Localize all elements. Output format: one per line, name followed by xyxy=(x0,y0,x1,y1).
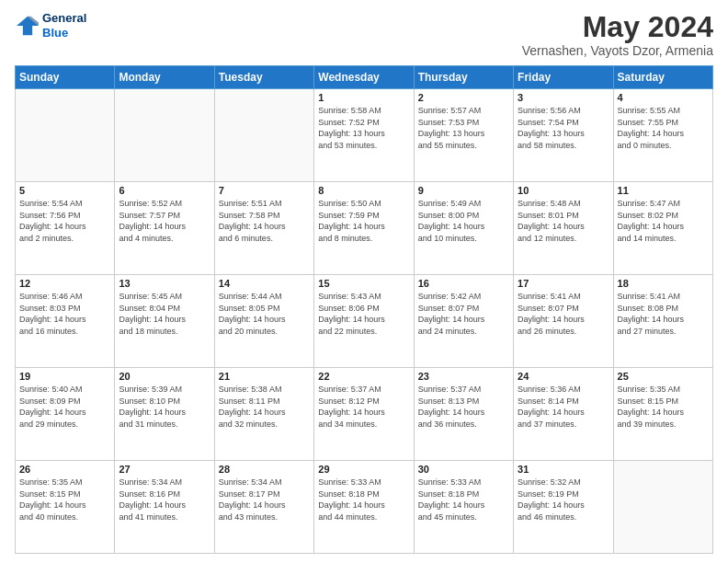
day-info: Sunrise: 5:45 AM Sunset: 8:04 PM Dayligh… xyxy=(119,291,210,337)
day-info: Sunrise: 5:54 AM Sunset: 7:56 PM Dayligh… xyxy=(19,198,110,244)
day-info: Sunrise: 5:52 AM Sunset: 7:57 PM Dayligh… xyxy=(119,198,210,244)
header: General Blue May 2024 Vernashen, Vayots … xyxy=(15,11,713,58)
day-info: Sunrise: 5:44 AM Sunset: 8:05 PM Dayligh… xyxy=(219,291,310,337)
calendar-cell xyxy=(214,89,313,182)
calendar-cell: 16Sunrise: 5:42 AM Sunset: 8:07 PM Dayli… xyxy=(414,275,513,368)
day-number: 25 xyxy=(618,371,709,382)
day-number: 15 xyxy=(318,278,409,289)
calendar-cell: 25Sunrise: 5:35 AM Sunset: 8:15 PM Dayli… xyxy=(613,368,712,461)
day-info: Sunrise: 5:48 AM Sunset: 8:01 PM Dayligh… xyxy=(518,198,609,244)
calendar-row-4: 26Sunrise: 5:35 AM Sunset: 8:15 PM Dayli… xyxy=(16,461,713,554)
calendar-cell: 28Sunrise: 5:34 AM Sunset: 8:17 PM Dayli… xyxy=(214,461,313,554)
calendar-cell: 27Sunrise: 5:34 AM Sunset: 8:16 PM Dayli… xyxy=(115,461,214,554)
col-header-saturday: Saturday xyxy=(613,66,712,89)
day-number: 21 xyxy=(219,371,310,382)
calendar-row-0: 1Sunrise: 5:58 AM Sunset: 7:52 PM Daylig… xyxy=(16,89,713,182)
day-number: 9 xyxy=(418,185,509,196)
day-number: 14 xyxy=(219,278,310,289)
calendar-cell: 20Sunrise: 5:39 AM Sunset: 8:10 PM Dayli… xyxy=(115,368,214,461)
day-info: Sunrise: 5:42 AM Sunset: 8:07 PM Dayligh… xyxy=(418,291,509,337)
day-info: Sunrise: 5:49 AM Sunset: 8:00 PM Dayligh… xyxy=(418,198,509,244)
day-info: Sunrise: 5:34 AM Sunset: 8:17 PM Dayligh… xyxy=(219,477,310,523)
calendar-cell xyxy=(16,89,115,182)
day-number: 31 xyxy=(518,464,609,475)
day-number: 28 xyxy=(219,464,310,475)
day-number: 13 xyxy=(119,278,210,289)
day-info: Sunrise: 5:38 AM Sunset: 8:11 PM Dayligh… xyxy=(219,384,310,430)
calendar-cell xyxy=(613,461,712,554)
day-info: Sunrise: 5:57 AM Sunset: 7:53 PM Dayligh… xyxy=(418,105,509,151)
calendar-cell: 3Sunrise: 5:56 AM Sunset: 7:54 PM Daylig… xyxy=(514,89,613,182)
calendar-header: SundayMondayTuesdayWednesdayThursdayFrid… xyxy=(16,66,713,89)
day-number: 27 xyxy=(119,464,210,475)
day-number: 20 xyxy=(119,371,210,382)
day-number: 19 xyxy=(19,371,110,382)
day-info: Sunrise: 5:37 AM Sunset: 8:12 PM Dayligh… xyxy=(318,384,409,430)
calendar-table: SundayMondayTuesdayWednesdayThursdayFrid… xyxy=(15,65,713,554)
calendar-cell: 12Sunrise: 5:46 AM Sunset: 8:03 PM Dayli… xyxy=(16,275,115,368)
calendar-cell: 11Sunrise: 5:47 AM Sunset: 8:02 PM Dayli… xyxy=(613,182,712,275)
calendar-cell: 21Sunrise: 5:38 AM Sunset: 8:11 PM Dayli… xyxy=(214,368,313,461)
day-number: 12 xyxy=(19,278,110,289)
calendar-cell: 13Sunrise: 5:45 AM Sunset: 8:04 PM Dayli… xyxy=(115,275,214,368)
svg-marker-0 xyxy=(17,16,39,35)
day-info: Sunrise: 5:39 AM Sunset: 8:10 PM Dayligh… xyxy=(119,384,210,430)
day-number: 8 xyxy=(318,185,409,196)
col-header-thursday: Thursday xyxy=(414,66,513,89)
main-title: May 2024 xyxy=(522,11,713,43)
col-header-tuesday: Tuesday xyxy=(214,66,313,89)
day-info: Sunrise: 5:35 AM Sunset: 8:15 PM Dayligh… xyxy=(19,477,110,523)
day-number: 10 xyxy=(518,185,609,196)
day-number: 22 xyxy=(318,371,409,382)
day-number: 4 xyxy=(618,92,709,103)
day-info: Sunrise: 5:33 AM Sunset: 8:18 PM Dayligh… xyxy=(418,477,509,523)
calendar-cell: 5Sunrise: 5:54 AM Sunset: 7:56 PM Daylig… xyxy=(16,182,115,275)
day-number: 18 xyxy=(618,278,709,289)
calendar-row-1: 5Sunrise: 5:54 AM Sunset: 7:56 PM Daylig… xyxy=(16,182,713,275)
subtitle: Vernashen, Vayots Dzor, Armenia xyxy=(522,43,713,58)
calendar-cell: 6Sunrise: 5:52 AM Sunset: 7:57 PM Daylig… xyxy=(115,182,214,275)
logo-line1: General xyxy=(42,11,86,26)
logo: General Blue xyxy=(15,11,86,40)
day-info: Sunrise: 5:41 AM Sunset: 8:07 PM Dayligh… xyxy=(518,291,609,337)
day-number: 16 xyxy=(418,278,509,289)
day-number: 1 xyxy=(318,92,409,103)
calendar-body: 1Sunrise: 5:58 AM Sunset: 7:52 PM Daylig… xyxy=(16,89,713,554)
calendar-cell xyxy=(115,89,214,182)
calendar-row-3: 19Sunrise: 5:40 AM Sunset: 8:09 PM Dayli… xyxy=(16,368,713,461)
day-info: Sunrise: 5:56 AM Sunset: 7:54 PM Dayligh… xyxy=(518,105,609,151)
day-number: 24 xyxy=(518,371,609,382)
logo-line2: Blue xyxy=(42,26,68,40)
calendar-row-2: 12Sunrise: 5:46 AM Sunset: 8:03 PM Dayli… xyxy=(16,275,713,368)
day-number: 17 xyxy=(518,278,609,289)
day-info: Sunrise: 5:33 AM Sunset: 8:18 PM Dayligh… xyxy=(318,477,409,523)
day-number: 3 xyxy=(518,92,609,103)
day-number: 7 xyxy=(219,185,310,196)
day-info: Sunrise: 5:58 AM Sunset: 7:52 PM Dayligh… xyxy=(318,105,409,151)
day-info: Sunrise: 5:43 AM Sunset: 8:06 PM Dayligh… xyxy=(318,291,409,337)
day-info: Sunrise: 5:55 AM Sunset: 7:55 PM Dayligh… xyxy=(618,105,709,151)
day-info: Sunrise: 5:51 AM Sunset: 7:58 PM Dayligh… xyxy=(219,198,310,244)
header-row: SundayMondayTuesdayWednesdayThursdayFrid… xyxy=(16,66,713,89)
day-number: 5 xyxy=(19,185,110,196)
calendar-cell: 14Sunrise: 5:44 AM Sunset: 8:05 PM Dayli… xyxy=(214,275,313,368)
logo-icon xyxy=(15,15,40,37)
calendar-cell: 1Sunrise: 5:58 AM Sunset: 7:52 PM Daylig… xyxy=(314,89,414,182)
day-info: Sunrise: 5:47 AM Sunset: 8:02 PM Dayligh… xyxy=(618,198,709,244)
calendar-cell: 4Sunrise: 5:55 AM Sunset: 7:55 PM Daylig… xyxy=(613,89,712,182)
page: General Blue May 2024 Vernashen, Vayots … xyxy=(0,0,728,563)
calendar-cell: 7Sunrise: 5:51 AM Sunset: 7:58 PM Daylig… xyxy=(214,182,313,275)
day-number: 11 xyxy=(618,185,709,196)
calendar-cell: 18Sunrise: 5:41 AM Sunset: 8:08 PM Dayli… xyxy=(613,275,712,368)
day-info: Sunrise: 5:37 AM Sunset: 8:13 PM Dayligh… xyxy=(418,384,509,430)
calendar-cell: 17Sunrise: 5:41 AM Sunset: 8:07 PM Dayli… xyxy=(514,275,613,368)
day-number: 29 xyxy=(318,464,409,475)
day-info: Sunrise: 5:40 AM Sunset: 8:09 PM Dayligh… xyxy=(19,384,110,430)
calendar-cell: 29Sunrise: 5:33 AM Sunset: 8:18 PM Dayli… xyxy=(314,461,414,554)
day-info: Sunrise: 5:36 AM Sunset: 8:14 PM Dayligh… xyxy=(518,384,609,430)
title-block: May 2024 Vernashen, Vayots Dzor, Armenia xyxy=(522,11,713,58)
col-header-friday: Friday xyxy=(514,66,613,89)
calendar-cell: 31Sunrise: 5:32 AM Sunset: 8:19 PM Dayli… xyxy=(514,461,613,554)
day-info: Sunrise: 5:35 AM Sunset: 8:15 PM Dayligh… xyxy=(618,384,709,430)
day-number: 6 xyxy=(119,185,210,196)
